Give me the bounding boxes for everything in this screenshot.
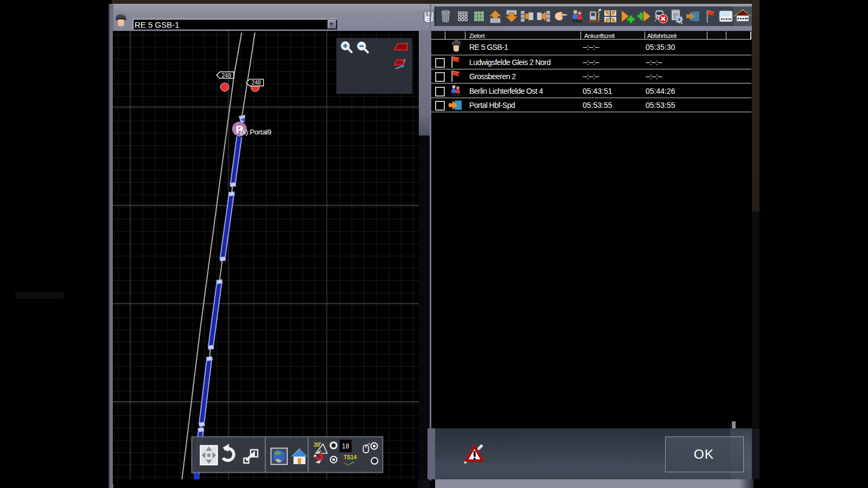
svg-text:(s) Portal9: (s) Portal9	[240, 128, 271, 136]
svg-text:248: 248	[222, 72, 232, 79]
svg-text:TS14: TS14	[344, 454, 357, 460]
svg-text:30: 30	[314, 441, 320, 448]
svg-text:248: 248	[251, 79, 261, 86]
svg-text:18: 18	[342, 442, 349, 450]
